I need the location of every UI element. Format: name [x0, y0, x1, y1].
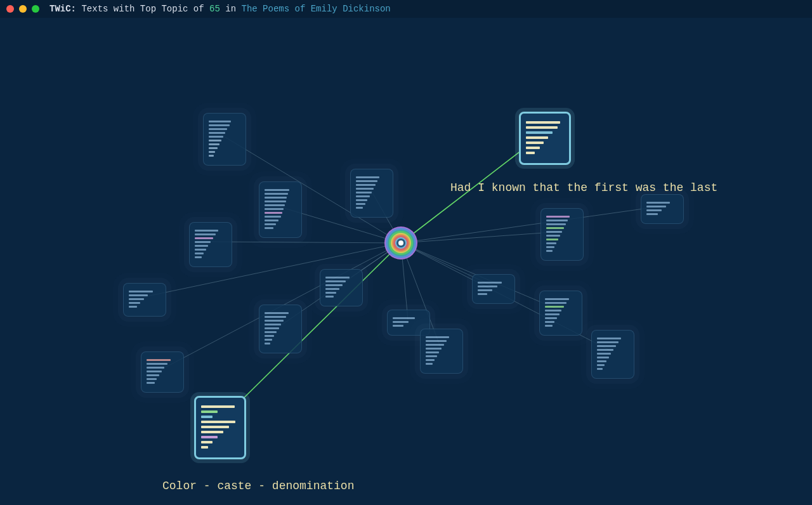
document-node[interactable] — [420, 329, 463, 374]
document-node[interactable] — [350, 169, 393, 218]
text-line-glyph — [356, 176, 379, 178]
text-line-glyph — [209, 121, 231, 122]
document-node[interactable] — [259, 305, 302, 353]
document-node[interactable] — [540, 208, 584, 261]
text-line-glyph — [393, 325, 403, 327]
text-line-glyph — [209, 143, 219, 145]
text-line-glyph — [209, 124, 230, 126]
document-node[interactable] — [641, 194, 684, 224]
text-line-glyph — [545, 317, 557, 319]
text-line-glyph — [325, 280, 346, 282]
document-node-selected[interactable] — [519, 112, 571, 165]
text-line-glyph — [209, 155, 214, 157]
text-line-glyph — [147, 382, 155, 384]
edge — [401, 206, 662, 243]
document-caption: Had I known that the first was the last — [450, 181, 717, 194]
text-line-glyph — [546, 250, 553, 252]
text-line-glyph — [195, 241, 211, 243]
document-node[interactable] — [472, 274, 515, 304]
text-line-glyph — [597, 341, 619, 343]
document-caption: Color - caste - denomination — [162, 480, 354, 492]
text-line-glyph — [195, 253, 204, 254]
text-line-glyph — [393, 321, 409, 323]
text-line-glyph — [265, 343, 270, 344]
text-line-glyph — [356, 207, 363, 209]
titlebar: TWiC: Texts with Top Topic of 65 in The … — [0, 0, 812, 18]
document-node[interactable] — [189, 222, 232, 267]
text-line-glyph — [201, 431, 223, 433]
title-prefix: Texts with Top Topic of — [81, 4, 204, 14]
title-source[interactable]: The Poems of Emily Dickinson — [242, 4, 391, 14]
text-line-glyph — [526, 121, 560, 124]
text-line-glyph — [195, 233, 216, 235]
text-line-glyph — [545, 325, 553, 327]
minimize-icon[interactable] — [19, 5, 27, 13]
document-node[interactable] — [123, 283, 166, 317]
text-line-glyph — [597, 345, 616, 347]
text-line-glyph — [356, 180, 377, 182]
text-line-glyph — [265, 312, 289, 314]
text-line-glyph — [265, 208, 284, 210]
text-line-glyph — [646, 202, 670, 204]
text-line-glyph — [478, 293, 487, 295]
document-node[interactable] — [591, 330, 634, 379]
text-line-glyph — [325, 292, 336, 294]
text-line-glyph — [478, 285, 497, 287]
text-line-glyph — [201, 421, 235, 423]
text-line-glyph — [265, 316, 286, 318]
text-line-glyph — [209, 136, 223, 138]
text-line-glyph — [597, 360, 606, 362]
text-line-glyph — [546, 220, 568, 221]
text-line-glyph — [209, 132, 225, 134]
text-line-glyph — [129, 302, 140, 304]
document-node-selected[interactable] — [194, 396, 246, 459]
edge — [401, 232, 561, 243]
text-line-glyph — [356, 199, 367, 201]
text-line-glyph — [597, 338, 621, 339]
document-node[interactable] — [259, 181, 302, 238]
text-line-glyph — [646, 209, 662, 211]
maximize-icon[interactable] — [32, 5, 39, 13]
text-line-glyph — [546, 223, 566, 225]
text-line-glyph — [356, 192, 372, 193]
document-node[interactable] — [320, 269, 363, 306]
text-line-glyph — [129, 294, 148, 296]
document-node[interactable] — [141, 351, 184, 393]
close-icon[interactable] — [6, 5, 14, 13]
text-line-glyph — [201, 426, 229, 428]
text-line-glyph — [265, 216, 281, 218]
text-line-glyph — [147, 363, 167, 365]
graph-canvas[interactable]: Had I known that the first was the lastC… — [0, 18, 812, 505]
text-line-glyph — [426, 336, 449, 338]
text-line-glyph — [356, 188, 374, 190]
text-line-glyph — [265, 193, 288, 195]
text-line-glyph — [325, 288, 339, 290]
text-line-glyph — [545, 298, 569, 300]
text-line-glyph — [546, 239, 558, 240]
text-line-glyph — [265, 227, 273, 229]
text-line-glyph — [325, 296, 334, 298]
text-line-glyph — [426, 344, 444, 346]
text-line-glyph — [356, 195, 370, 197]
text-line-glyph — [546, 235, 560, 237]
edge-layer — [0, 18, 812, 505]
text-line-glyph — [526, 131, 553, 134]
window-controls — [6, 5, 39, 13]
text-line-glyph — [646, 206, 666, 207]
topic-number: 65 — [209, 4, 220, 14]
text-line-glyph — [201, 416, 213, 418]
text-line-glyph — [147, 359, 171, 361]
document-node[interactable] — [203, 113, 246, 166]
text-line-glyph — [393, 317, 415, 319]
text-line-glyph — [129, 291, 153, 292]
text-line-glyph — [426, 351, 439, 353]
text-line-glyph — [545, 321, 554, 323]
text-line-glyph — [526, 141, 544, 144]
text-line-glyph — [426, 340, 447, 342]
text-line-glyph — [546, 242, 556, 244]
edge — [210, 242, 401, 243]
document-node[interactable] — [539, 291, 582, 336]
text-line-glyph — [545, 302, 566, 304]
text-line-glyph — [265, 331, 277, 333]
text-line-glyph — [201, 405, 235, 408]
